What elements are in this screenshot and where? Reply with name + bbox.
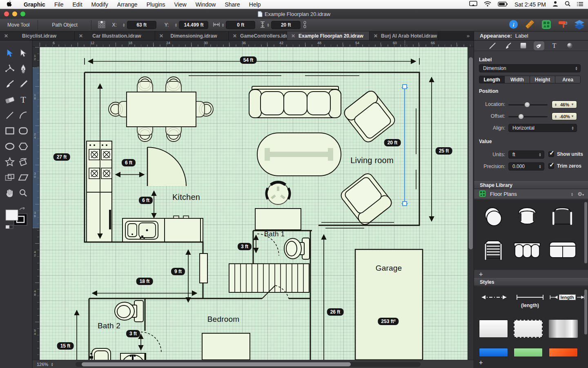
styles-scrollbar[interactable] xyxy=(584,289,587,334)
stairs[interactable] xyxy=(229,264,309,292)
ruler-horizontal[interactable]: 6 12 18 24 30 36 42 48 54 60 66 xyxy=(33,40,474,47)
dim-badge-3ft-bath1[interactable]: 3 ft xyxy=(238,243,252,250)
dim-badge-18ft[interactable]: 18 ft xyxy=(136,278,153,285)
dim-badge-25ft[interactable]: 25 ft xyxy=(436,147,452,155)
precision-dropdown[interactable]: 0.000▲▼ xyxy=(508,162,544,171)
shape-tub-chair[interactable] xyxy=(514,204,540,230)
add-style-button[interactable]: + xyxy=(479,359,483,366)
display-mirroring-icon[interactable] xyxy=(469,1,477,8)
armchair[interactable] xyxy=(339,171,394,227)
text-tool[interactable]: T xyxy=(17,94,29,106)
arc-tool[interactable] xyxy=(17,109,29,121)
notification-center-icon[interactable] xyxy=(577,1,583,8)
selection-handle[interactable] xyxy=(403,85,407,89)
menu-view[interactable]: View xyxy=(170,1,191,8)
shape-club-chair[interactable] xyxy=(550,204,575,230)
vertical-scrollbar[interactable] xyxy=(468,47,474,360)
location-value-field[interactable]: ▲▼46%▼ xyxy=(552,101,577,108)
sofa[interactable] xyxy=(249,86,341,118)
horizontal-scrollbar[interactable] xyxy=(76,362,421,367)
menu-file[interactable]: File xyxy=(50,1,68,8)
menu-arrange[interactable]: Arrange xyxy=(113,1,142,8)
offset-slider[interactable] xyxy=(508,116,548,117)
line-tool[interactable] xyxy=(4,109,16,121)
zoom-level[interactable]: 126% xyxy=(37,362,48,367)
dim-badge-3ft-bath2[interactable]: 3 ft xyxy=(126,330,140,337)
segment-area[interactable]: Area xyxy=(555,76,580,83)
ellipse-tool[interactable] xyxy=(4,140,16,153)
pencil-tool[interactable] xyxy=(17,78,29,90)
tab-car-illustration[interactable]: ✕Car Illustration.idraw xyxy=(75,31,155,40)
boolean-ops-tool[interactable] xyxy=(4,171,16,184)
kitchen-counter-sink[interactable] xyxy=(122,216,203,242)
office-chair[interactable] xyxy=(267,182,290,204)
constrain-proportions-toggle[interactable] xyxy=(303,21,307,29)
dim-badge-9ft[interactable]: 9 ft xyxy=(171,268,185,275)
bath2-sink[interactable] xyxy=(89,348,111,360)
ruler-dimensions-button[interactable] xyxy=(525,19,535,31)
anchor-grid-control[interactable] xyxy=(98,21,105,29)
width-stepper[interactable]: ▲▼ xyxy=(221,23,224,27)
menu-app[interactable]: Graphic xyxy=(19,1,50,8)
selection-handle[interactable] xyxy=(403,202,407,206)
ruler-vertical[interactable]: 12 18 24 30 36 42 48 54 xyxy=(33,47,40,360)
coffee-table[interactable] xyxy=(257,133,341,176)
kitchen-door[interactable] xyxy=(147,147,186,186)
hand-tool[interactable] xyxy=(4,187,16,199)
add-shape-button[interactable]: + xyxy=(479,271,483,278)
menu-help[interactable]: Help xyxy=(245,1,265,8)
align-dropdown[interactable]: Horizontal▲▼ xyxy=(508,124,577,132)
vertical-scroll-thumb[interactable] xyxy=(469,57,473,249)
text-tab-icon[interactable]: T xyxy=(549,41,560,50)
y-input[interactable]: 14.499 ft xyxy=(179,21,208,29)
shadow-tab-icon[interactable] xyxy=(565,41,575,50)
fill-tab-icon[interactable] xyxy=(518,41,529,50)
dim-badge-20ft[interactable]: 20 ft xyxy=(384,139,401,146)
shape-library-button[interactable] xyxy=(541,20,551,31)
info-inspector-button[interactable]: i xyxy=(509,20,518,30)
stove[interactable] xyxy=(87,141,112,192)
label-type-dropdown[interactable]: Dimension ▲▼ xyxy=(479,64,581,72)
close-tab-icon[interactable]: ✕ xyxy=(374,33,378,39)
label-tab-icon[interactable] xyxy=(534,41,544,50)
node-tool[interactable] xyxy=(4,63,16,75)
shape-garage-door[interactable] xyxy=(481,238,506,263)
desk[interactable] xyxy=(255,209,301,230)
style-swatch-dashed[interactable] xyxy=(514,320,543,338)
tab-dimensioning[interactable]: ✕Dimensioning.idraw xyxy=(155,31,229,40)
battery-icon[interactable] xyxy=(498,1,508,8)
dim-badge-26ft[interactable]: 26 ft xyxy=(327,308,344,316)
bath2-toilet[interactable] xyxy=(115,301,143,322)
tab-bicyclist[interactable]: ✕Bicyclist.idraw xyxy=(0,31,75,40)
rounded-rectangle-tool[interactable] xyxy=(17,125,29,137)
menu-edit[interactable]: Edit xyxy=(68,1,87,8)
spotlight-icon[interactable] xyxy=(565,1,570,8)
close-tab-icon[interactable]: ✕ xyxy=(159,33,163,39)
segment-height[interactable]: Height xyxy=(530,76,555,83)
x-input[interactable]: 63 ft xyxy=(127,21,156,29)
menu-plugins[interactable]: Plugins xyxy=(142,1,170,8)
segment-length[interactable]: Length xyxy=(479,76,505,83)
tab-burj-al-arab[interactable]: ✕Burj Al Arab Hotel.idraw xyxy=(370,31,438,40)
rectangle-tool[interactable] xyxy=(4,125,16,137)
close-tab-icon[interactable]: ✕ xyxy=(291,33,295,39)
trim-zeros-checkbox[interactable]: ✓Trim zeros xyxy=(548,163,581,169)
style-swatch-white[interactable] xyxy=(479,320,508,338)
show-units-checkbox[interactable]: ✓Show units xyxy=(548,151,583,157)
direct-select-tool[interactable] xyxy=(17,47,29,59)
horizontal-scroll-thumb[interactable] xyxy=(82,362,351,366)
shape-grid-scrollbar[interactable] xyxy=(584,202,587,263)
bath2-shower[interactable] xyxy=(120,353,146,360)
close-tab-icon[interactable]: ✕ xyxy=(233,33,237,39)
wifi-icon[interactable] xyxy=(484,1,491,8)
dim-badge-6ft-v[interactable]: 6 ft xyxy=(139,197,153,204)
shape-collection-row[interactable]: Floor Plans ▲▼ ⚙▾ xyxy=(474,189,588,199)
apple-menu-icon[interactable] xyxy=(6,0,12,9)
width-input[interactable]: 0 ft xyxy=(226,21,255,29)
hall-door-panel[interactable] xyxy=(200,254,207,283)
shape-sofa-three-seat[interactable] xyxy=(513,238,541,263)
pen-tool[interactable] xyxy=(17,63,29,75)
menu-share[interactable]: Share xyxy=(220,1,244,8)
dim-badge-54ft[interactable]: 54 ft xyxy=(240,56,257,64)
bath1-toilet[interactable] xyxy=(284,238,310,259)
